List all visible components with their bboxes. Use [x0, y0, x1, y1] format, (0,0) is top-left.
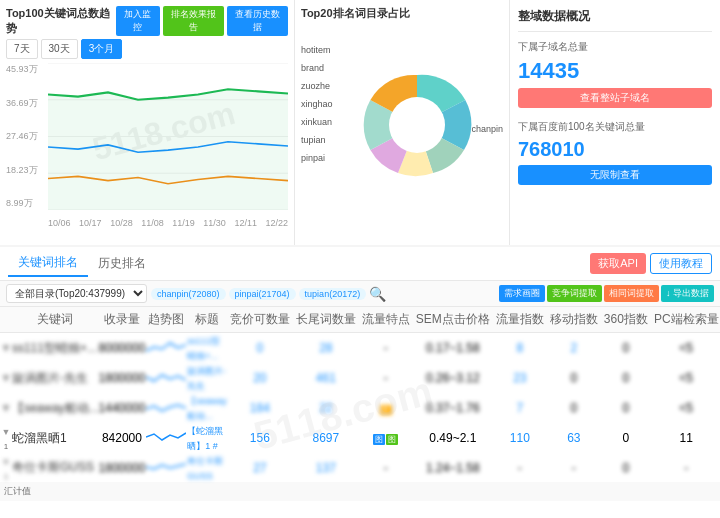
- summary-row: 汇计值: [0, 482, 720, 501]
- tag-tupian[interactable]: tupian(20172): [299, 288, 367, 300]
- col-header-traffic: 流量特点: [359, 307, 413, 333]
- trend-title: Top100关键词总数趋势: [6, 6, 116, 36]
- x-label-1: 10/06: [48, 218, 71, 228]
- x-label-5: 11/19: [172, 218, 195, 228]
- search-btn[interactable]: 🔍: [369, 286, 386, 302]
- x-label-3: 10/28: [110, 218, 133, 228]
- tag-chanpin[interactable]: chanpin(72080): [151, 288, 226, 300]
- donut-label-tupian: tupian: [301, 135, 333, 145]
- col-header-bid: 竞价可数量: [227, 307, 293, 333]
- trend-chart-svg: [48, 63, 288, 210]
- col-header-chart: 趋势图: [145, 307, 187, 333]
- y-label-5: 45.93万: [6, 63, 48, 76]
- api-btn[interactable]: 获取API: [590, 253, 646, 274]
- y-label-3: 27.46万: [6, 130, 48, 143]
- export-btn[interactable]: ↓ 导出数据: [661, 285, 714, 302]
- x-label-8: 12/22: [265, 218, 288, 228]
- directory-select[interactable]: 全部目录(Top20:437999) chanpin(Top20:72080) …: [6, 284, 147, 303]
- col-header-title: 标题: [187, 307, 227, 333]
- col-header-keyword: 关键词: [12, 307, 99, 333]
- stat1-btn[interactable]: 查看整站子域名: [518, 88, 712, 108]
- table-row: ▼ 1 奇仕卡斯GUSS 1800000 奇仕卡斯GUSS 27 137 - 1…: [0, 453, 720, 482]
- tab-keyword-ranking[interactable]: 关键词排名: [8, 250, 88, 277]
- donut-label-xinkuan: xinkuan: [301, 117, 333, 127]
- trend-panel: Top100关键词总数趋势 加入监控 排名效果报告 查看历史数据 7天 30天 …: [0, 0, 295, 245]
- stat1-block: 下属子域名总量 14435 查看整站子域名: [518, 40, 712, 108]
- donut-label-pinpai: pinpai: [301, 153, 333, 163]
- donut-svg: [357, 65, 477, 185]
- ranking-report-btn[interactable]: 排名效果报告: [163, 6, 224, 36]
- svg-point-6: [389, 97, 445, 153]
- donut-label-xinghao: xinghao: [301, 99, 333, 109]
- y-label-1: 8.99万: [6, 197, 48, 210]
- data-table: 关键词 收录量 趋势图 标题 竞价可数量 长尾词数量 流量特点 SEM点击价格 …: [0, 307, 720, 501]
- tag-pinpai[interactable]: pinpai(21704): [229, 288, 296, 300]
- tab-history-ranking[interactable]: 历史排名: [88, 251, 156, 276]
- col-header-flow: 流量指数: [493, 307, 547, 333]
- add-monitor-btn[interactable]: 加入监控: [116, 6, 160, 36]
- x-label-6: 11/30: [203, 218, 226, 228]
- table-row: ▼ 【seaway船动... 1440000 【seaway船动... 184 …: [0, 393, 720, 423]
- col-header-longtail: 长尾词数量: [293, 307, 359, 333]
- table-row: ▼ ss111型蜡烛+... 8000000 ss111型蜡烛+... 0 28…: [0, 333, 720, 364]
- stat2-block: 下属百度前100名关键词总量 768010 无限制查看: [518, 120, 712, 185]
- keyword-cell: 蛇溜黑晒1: [12, 423, 99, 453]
- col-header-mobile: 移动指数: [547, 307, 601, 333]
- title-link[interactable]: 【蛇溜黑晒】1 #: [187, 426, 223, 451]
- stat1-value: 14435: [518, 58, 579, 84]
- stat1-label: 下属子域名总量: [518, 40, 712, 54]
- col-header-sem: SEM点击价格: [413, 307, 493, 333]
- directory-dropdown[interactable]: 全部目录(Top20:437999) chanpin(Top20:72080) …: [6, 284, 147, 303]
- demand-draw-btn[interactable]: 需求画圈: [499, 285, 545, 302]
- donut-label-hotitem: hotitem: [301, 45, 333, 55]
- tutorial-btn[interactable]: 使用教程: [650, 253, 712, 274]
- stat2-btn[interactable]: 无限制查看: [518, 165, 712, 185]
- x-label-2: 10/17: [79, 218, 102, 228]
- col-header-pc-search: PC端检索量: [651, 307, 720, 333]
- col-header-rank: [0, 307, 12, 333]
- competitive-extract-btn[interactable]: 竞争词提取: [547, 285, 602, 302]
- stat2-value: 768010: [518, 138, 585, 161]
- time-3m-btn[interactable]: 3个月: [81, 39, 123, 59]
- donut-label-brand: brand: [301, 63, 333, 73]
- y-label-4: 36.69万: [6, 97, 48, 110]
- col-header-360: 360指数: [601, 307, 651, 333]
- right-panel-title: 整域数据概况: [518, 8, 712, 32]
- table-row: ▼ 旋涡图片-先生 1800000 旋涡图片-先生 20 461 - 0.26~…: [0, 363, 720, 393]
- donut-title: Top20排名词目录占比: [301, 6, 503, 21]
- x-label-7: 12/11: [234, 218, 257, 228]
- x-label-4: 11/08: [141, 218, 164, 228]
- donut-panel: Top20排名词目录占比 hotitem brand zuozhe xingha…: [295, 0, 510, 245]
- table-row: ▼ 1 蛇溜黑晒1 842000 【蛇溜黑晒】1 # 156 8697 图图 0…: [0, 423, 720, 453]
- y-label-2: 18.23万: [6, 164, 48, 177]
- time-30d-btn[interactable]: 30天: [41, 39, 78, 59]
- data-table-container: 5118.com 关键词 收录量 趋势图 标题 竞价可数量 长尾词数量 流量特点…: [0, 307, 720, 518]
- history-data-btn[interactable]: 查看历史数据: [227, 6, 288, 36]
- stat2-label: 下属百度前100名关键词总量: [518, 120, 712, 134]
- time-7d-btn[interactable]: 7天: [6, 39, 38, 59]
- same-word-btn[interactable]: 相同词提取: [604, 285, 659, 302]
- col-header-volume: 收录量: [99, 307, 146, 333]
- donut-label-zuozhe: zuozhe: [301, 81, 333, 91]
- svg-marker-5: [48, 89, 288, 210]
- donut-label-chanpin: chanpin: [471, 124, 503, 134]
- right-stats-panel: 整域数据概况 下属子域名总量 14435 查看整站子域名 下属百度前100名关键…: [510, 0, 720, 245]
